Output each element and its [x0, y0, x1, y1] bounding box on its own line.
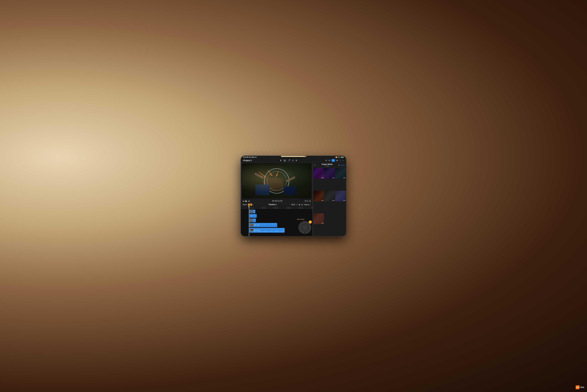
svg-point-51 — [328, 198, 329, 199]
svg-line-5 — [256, 174, 263, 177]
svg-line-11 — [268, 170, 272, 176]
svg-rect-33 — [338, 175, 343, 177]
clip-chevron-icon[interactable]: ⌄ — [252, 204, 254, 206]
playhead-dot — [297, 219, 298, 220]
xda-icon: XDA — [576, 385, 580, 389]
skip-back-button[interactable]: ⏮ — [242, 200, 244, 202]
nav-right-icons: ⟳ ⟲ ⊞ ⚙ ⊙ ↔ — [326, 159, 344, 162]
svg-point-27 — [326, 172, 333, 175]
clip-label-1: A — [250, 210, 253, 213]
ruler-mark-0: 00:01:00 — [249, 206, 253, 208]
clip-2-label: Liv... — [250, 215, 253, 216]
settings-icon[interactable]: ⚙ — [336, 159, 338, 162]
media-duration-3: 0:53 — [343, 177, 346, 178]
svg-rect-0 — [242, 163, 311, 199]
clip-2-live[interactable]: Liv... — [250, 214, 257, 218]
timeline-title: Timeline 1 — [255, 204, 290, 206]
svg-point-24 — [320, 171, 322, 172]
media-select-button[interactable]: Select — [341, 164, 345, 166]
undo-icon[interactable]: ⟲ — [328, 159, 330, 162]
media-title: Project Media — [316, 163, 338, 165]
svg-rect-28 — [326, 170, 328, 174]
upload-icon[interactable]: ⬆ — [280, 159, 282, 162]
svg-marker-14 — [276, 174, 278, 176]
skip-fwd-button[interactable]: ⏭ — [248, 200, 250, 202]
playhead-line — [249, 206, 249, 208]
connected-clips-icon[interactable]: ⊞ — [299, 204, 300, 206]
svg-rect-73 — [318, 218, 319, 219]
clip-img7117[interactable]: IMG_7117 — [250, 223, 277, 227]
svg-rect-29 — [332, 170, 333, 174]
media-grid: 1:05 1:36 — [313, 168, 346, 236]
close-wheel-button[interactable]: × — [309, 220, 312, 224]
more-icon[interactable]: ↔ — [342, 159, 344, 162]
svg-rect-38 — [315, 194, 322, 198]
layout-icon[interactable]: ⊡ — [302, 204, 303, 206]
svg-point-47 — [329, 197, 330, 198]
media-title-area: Project Media 7 Items — [316, 163, 338, 167]
media-back-icon[interactable]: ⊙ — [314, 164, 316, 166]
options-button[interactable]: Options ⌄ — [304, 204, 311, 206]
xda-text: XDA — [580, 386, 584, 388]
media-grid-icon[interactable]: ⊞ — [338, 164, 340, 166]
playhead-text: PLAYHEAD — [298, 219, 304, 220]
battery-icon — [341, 156, 344, 158]
svg-rect-7 — [256, 184, 270, 195]
svg-point-50 — [326, 198, 327, 200]
media-duration-5: 0:51 — [332, 200, 334, 201]
svg-point-41 — [320, 192, 322, 194]
svg-point-40 — [318, 192, 320, 193]
media-duration-1: 1:05 — [321, 177, 324, 178]
jkl-wheel[interactable]: PLAYHEAD — [298, 221, 311, 234]
photo-library-icon[interactable]: ⊞ — [332, 159, 335, 162]
svg-rect-76 — [315, 220, 316, 220]
media-item-4[interactable]: 0:33 — [313, 191, 324, 202]
media-item-6[interactable]: 2:14 — [335, 191, 346, 202]
voiceover-icon[interactable]: ◎ — [292, 160, 294, 162]
svg-rect-70 — [314, 217, 323, 224]
svg-point-4 — [267, 171, 286, 190]
timecode-display: 00:00:51;05 — [251, 200, 304, 202]
svg-rect-57 — [338, 193, 340, 194]
media-subtitle: 7 Items — [316, 165, 338, 167]
timeline-header: Select Clip ⌄ Timeline 1 08:58 ⓘ ⊞ ⊡ Opt… — [241, 203, 312, 206]
media-item-1[interactable]: 1:05 — [313, 168, 324, 179]
back-button[interactable]: ‹ Project 2 — [242, 159, 252, 162]
clip-name-7117: IMG_7117 — [254, 224, 260, 226]
clip-img8183[interactable]: IMG_8183 — [250, 228, 285, 233]
svg-rect-62 — [340, 194, 342, 196]
media-item-2[interactable]: 1:36 — [324, 168, 335, 179]
media-item-5[interactable]: 0:51 — [324, 191, 335, 202]
zoom-level: 34 % — [305, 200, 308, 202]
clip-3a[interactable]: A — [250, 218, 256, 222]
options-label: Options — [304, 204, 309, 206]
video-content-svg — [242, 163, 311, 199]
fit-button[interactable]: ⊡ — [309, 200, 311, 202]
media-item-7[interactable]: 6:13 — [313, 214, 324, 224]
svg-point-31 — [337, 171, 344, 176]
svg-rect-75 — [321, 218, 322, 219]
media-item-3[interactable]: 0:53 — [335, 168, 346, 179]
share-icon[interactable]: ⬆ — [296, 159, 297, 162]
svg-point-39 — [316, 192, 317, 194]
active-view-icon[interactable]: ⊙ — [340, 159, 341, 162]
ipad-device: 9:45 AM Sun May 12 📶 94% ‹ Project 2 ⬆ 📷 — [241, 156, 346, 236]
mic-icon[interactable]: 🎤 — [288, 159, 290, 162]
clip-button[interactable]: Clip — [248, 204, 252, 206]
waveform-8183 — [250, 231, 284, 232]
svg-rect-58 — [340, 193, 342, 194]
svg-rect-65 — [338, 196, 340, 197]
svg-point-32 — [338, 171, 344, 175]
ruler-marks-container: 00:01:00 00:02:00 00:03:00 00:04:00 00:0… — [241, 206, 312, 208]
camera-icon[interactable]: 📷 — [284, 159, 286, 162]
svg-rect-55 — [336, 192, 345, 201]
history-icon[interactable]: ⟳ — [326, 159, 327, 162]
clip-1a[interactable]: A — [250, 210, 255, 213]
ruler-mark-1: 00:02:00 — [262, 207, 266, 208]
play-button[interactable]: ▶ — [246, 200, 247, 202]
timeline-info-button[interactable]: ⓘ — [296, 204, 298, 206]
svg-point-45 — [325, 197, 326, 198]
timeline-tracks[interactable]: A Liv... A — [241, 209, 312, 236]
svg-rect-72 — [316, 218, 317, 219]
clip-label-3: A — [250, 219, 253, 222]
